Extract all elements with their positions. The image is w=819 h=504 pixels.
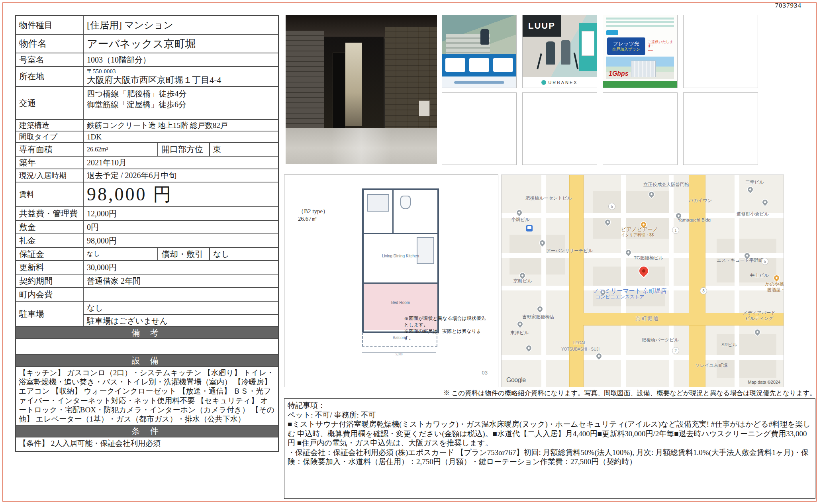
map-label: メディアバード: [743, 310, 776, 316]
photo-door: [333, 53, 345, 129]
row-label: 間取タイプ: [16, 131, 84, 142]
row-label: 更新料: [16, 261, 84, 274]
map-label: アーバンリサーチビル: [546, 248, 593, 253]
special-notes-para-1: ■ミストサウナ付浴室暖房乾燥機(ミストカワック)・ガス温水床暖房(ヌック)・ホー…: [288, 420, 812, 448]
table-row: 専有面積 26.62m² 開口部方位 東: [16, 143, 278, 157]
thumb1-panel: [493, 58, 513, 72]
map-label: 吉野家肥後橋店: [522, 314, 554, 320]
thumb3-headline-lines: [606, 18, 674, 28]
row-value: 12,000円: [84, 207, 278, 220]
row-label: 号室名: [16, 53, 84, 66]
special-notes-para-2: ・保証会社：保証会社利用必須 (株)エポスカード 【プラン753or767】初回…: [288, 448, 812, 467]
access-line-1: 四つ橋線「肥後橋」徒歩4分: [87, 88, 275, 99]
map-label: かのや篠屋: [765, 282, 784, 287]
table-row: 賃料 98,000 円: [16, 182, 278, 207]
flets-badge: フレッツ光 全戸加入プラン: [607, 37, 645, 55]
google-logo: Google: [506, 377, 526, 384]
urbanex-logo-icon: [541, 80, 546, 85]
row-label: 共益費・管理費: [16, 207, 84, 220]
map-label: ピアノピアーノ: [621, 227, 658, 233]
thumb2-person: [561, 40, 570, 65]
brochure-thumbnail-1: [442, 15, 517, 88]
row-label: 保証金: [16, 248, 84, 260]
map-label: 東洋ビル: [510, 330, 529, 335]
floorplan-page-number: 03: [482, 370, 488, 376]
map-road-major: [689, 175, 705, 387]
luup-logo: LUUP: [523, 15, 561, 37]
row-value: 98,000円: [84, 234, 278, 247]
flets-name: フレッツ光: [613, 41, 639, 47]
empty-photo-slot: [683, 92, 758, 165]
table-row: 所在地 〒550-0003 大阪府大阪市西区京町堀１丁目4-4: [16, 67, 278, 87]
empty-photo-slot: [442, 92, 517, 165]
row-value: 2021年10月: [84, 157, 278, 169]
table-row: 町内会費: [16, 288, 278, 302]
location-map[interactable]: 5 1 8 2 5 立正佼成会大阪普門館 三幸ビル 肥後橋ルーセントビル バカイ…: [501, 175, 784, 387]
row-label: 契約期間: [16, 275, 84, 287]
row-value: 1003（10階部分）: [84, 53, 278, 66]
empty-photo-slot: [522, 92, 597, 165]
row-label: 礼金: [16, 234, 84, 247]
disclaimer-note: ※ この資料は物件の概略紹介資料になります。写真、間取図面、設備、概要などが現況…: [284, 389, 816, 398]
table-row: 駐車場 なし 駐車場はございません: [16, 302, 278, 327]
map-number-marker: 8: [700, 287, 707, 294]
map-copyright: Map data ©2024: [748, 380, 781, 384]
floorplan-panel: （B2 type） 26.67㎡ Living Dining Kitchen B…: [284, 175, 498, 387]
map-label: 井上ビル: [750, 273, 769, 278]
station-icon: [526, 225, 533, 231]
floorplan-bed-label: Bed Room: [364, 300, 437, 305]
row-label: 物件名: [16, 35, 84, 53]
thumb3-building: [631, 61, 656, 77]
thumb3-red-text: ご提供いたします! ── ── ── ──: [648, 40, 674, 53]
map-number-marker: 5: [608, 203, 615, 210]
thumb1-person: [480, 29, 489, 45]
table-row: 交通 四つ橋線「肥後橋」徒歩4分 御堂筋線「淀屋橋」徒歩6分: [16, 87, 278, 120]
brochure-thumbnail-flets: フレッツ光 全戸加入プラン ご提供いたします! ── ── ── ── 1Gbp…: [603, 15, 678, 88]
row-label: 駐車場: [16, 302, 84, 326]
brochure-thumbnail-luup: LUUP URBANEX: [522, 15, 597, 88]
row-value-2: なし: [210, 248, 278, 260]
table-row: 礼金 98,000円: [16, 234, 278, 248]
map-label: LEGAL: [573, 341, 586, 345]
map-label: 三幸ビル: [745, 180, 764, 185]
map-label: SRビル: [721, 342, 737, 347]
row-label: 町内会費: [16, 288, 84, 301]
floorplan-ldk-label: Living Dining Kitchen: [364, 254, 437, 258]
map-label: ファミリーマート 京町堀店: [592, 287, 666, 294]
map-label: エス・キュート平野町: [717, 258, 763, 263]
map-label: イタリア料理・$$: [621, 233, 654, 237]
map-label: 小畑ビル: [511, 217, 530, 222]
map-number-marker: 2: [672, 347, 679, 354]
map-label: 居酒屋・: [767, 287, 784, 292]
map-label: バカイウン: [689, 198, 712, 203]
table-row: 物件名 アーバネックス京町堀: [16, 35, 278, 53]
map-pin-icon: [761, 198, 768, 206]
row-value: [住居用] マンション: [84, 16, 278, 34]
empty-photo-slot: [683, 15, 758, 88]
table-row: 更新料 30,000円: [16, 261, 278, 275]
empty-photo-slot: [603, 92, 678, 165]
ntt-logo: [606, 30, 618, 35]
table-row: 間取タイプ 1DK: [16, 131, 278, 143]
row-label: 物件種目: [16, 16, 84, 34]
map-pin-icon: [516, 320, 523, 328]
map-label: 道修町小倉ビル: [737, 212, 769, 217]
row-label: 専有面積: [16, 143, 84, 156]
table-row: 建築構造 鉄筋コンクリート造 地上15階 総戸数82戸: [16, 120, 278, 131]
thumb3-green-bar: [603, 81, 677, 88]
table-row: 物件種目 [住居用] マンション: [16, 16, 278, 35]
conditions-body: 【条件】 2人入居可能・保証会社利用必須: [16, 437, 278, 451]
thumb2-person: [546, 41, 555, 65]
map-label: 立正佼成会大阪普門館: [643, 182, 689, 187]
floorplan-wall: [392, 190, 394, 233]
row-label: 建築構造: [16, 120, 84, 131]
special-notes-pets: ペット: 不可/ 事務所: 不可: [288, 410, 812, 420]
map-street: [669, 175, 674, 387]
row-value: 30,000円: [84, 261, 278, 274]
row-value: 0円: [84, 221, 278, 233]
thumb2-white-panel: [582, 31, 594, 56]
special-notes-title: 特記事項：: [288, 401, 812, 410]
row-label-2: 開口部方位: [157, 143, 210, 156]
property-table: 物件種目 [住居用] マンション 物件名 アーバネックス京町堀 号室名 1003…: [15, 15, 279, 452]
map-label: コンビニエンスストア: [596, 294, 645, 300]
